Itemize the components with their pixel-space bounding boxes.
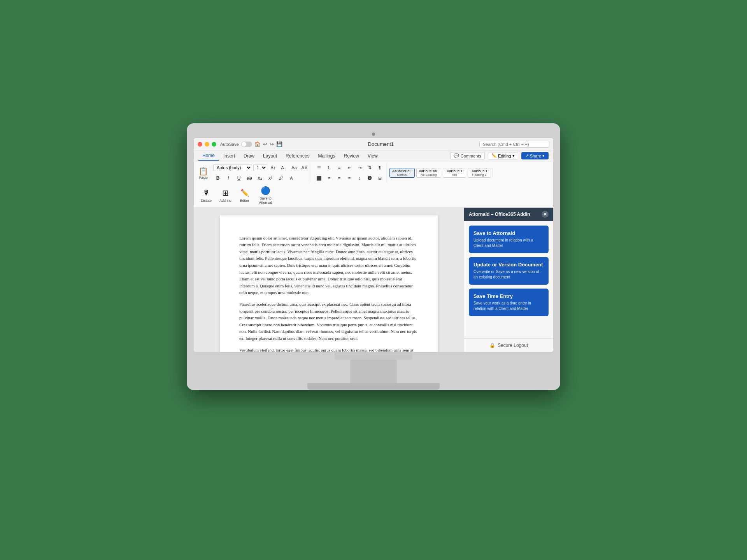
align-right-button[interactable]: ≡ xyxy=(335,173,344,183)
panel-close-button[interactable]: ✕ xyxy=(542,211,549,218)
sort-button[interactable]: ⇅ xyxy=(365,163,374,172)
save-time-entry-card[interactable]: Save Time Entry Save your work as a time… xyxy=(469,289,549,316)
multilevel-button[interactable]: ≡ xyxy=(335,163,344,172)
document-page[interactable]: Lorem ipsum dolor sit amet, consectetur … xyxy=(220,215,438,352)
undo-icon[interactable]: ↩ xyxy=(263,141,267,147)
strikethrough-button[interactable]: ab xyxy=(245,173,254,183)
editor-button[interactable]: ✏️ Editor xyxy=(237,187,253,203)
ribbon-tabs: Home Insert Draw Layout References Maili… xyxy=(194,150,553,161)
increase-indent-button[interactable]: ⇥ xyxy=(355,163,364,172)
bold-button[interactable]: B xyxy=(213,173,223,183)
addins-button[interactable]: ⊞ Add-ins xyxy=(217,187,234,203)
editing-button[interactable]: ✏️ Editing ▾ xyxy=(488,152,518,159)
style-title-label: Title xyxy=(445,173,463,177)
dictate-label: Dictate xyxy=(201,199,212,203)
italic-button[interactable]: I xyxy=(224,173,233,183)
paste-group: 📋 Paste xyxy=(197,166,210,180)
save-card-title: Save to Attornaid xyxy=(473,230,544,236)
justify-button[interactable]: ≡ xyxy=(345,173,354,183)
tab-references[interactable]: References xyxy=(282,152,313,160)
time-entry-card-desc: Save your work as a time entry in relati… xyxy=(473,301,544,312)
comments-button[interactable]: 💬 Comments xyxy=(450,152,485,159)
dictate-button[interactable]: 🎙 Dictate xyxy=(198,187,214,203)
document-title: Document1 xyxy=(282,141,479,147)
style-title[interactable]: AaBbCcD Title xyxy=(443,168,466,178)
paste-icon: 📋 xyxy=(198,166,208,176)
style-nospacing-label: No Spacing xyxy=(419,173,439,177)
font-color-button[interactable]: A xyxy=(287,173,296,183)
font-size-selector[interactable]: 12 xyxy=(253,164,267,171)
attoriad-icon: 🔵 xyxy=(260,185,271,196)
highlight-color-button[interactable]: 🖊 xyxy=(276,173,286,183)
panel-title: Attornaid – Office365 Addin xyxy=(469,212,530,217)
toolbar: 📋 Paste Aptos (body) 12 xyxy=(194,161,553,208)
superscript-button[interactable]: x² xyxy=(266,173,275,183)
tab-draw[interactable]: Draw xyxy=(240,152,258,160)
tab-mailings[interactable]: Mailings xyxy=(314,152,339,160)
paste-label: Paste xyxy=(199,176,208,180)
style-no-spacing[interactable]: AaBbCcDdE No Spacing xyxy=(416,168,442,178)
ribbon-right-actions: 💬 Comments ✏️ Editing ▾ ↗ Share ▾ xyxy=(450,152,549,159)
tab-review[interactable]: Review xyxy=(340,152,363,160)
share-button[interactable]: ↗ Share ▾ xyxy=(521,152,549,159)
camera-dot xyxy=(372,133,375,136)
decrease-indent-button[interactable]: ⇤ xyxy=(345,163,354,172)
style-normal[interactable]: AaBbCcDdE Normal xyxy=(389,168,415,178)
time-entry-card-title: Save Time Entry xyxy=(473,293,544,299)
secure-logout-button[interactable]: 🔒 Secure Logout xyxy=(464,338,553,352)
style-normal-label: Normal xyxy=(392,173,412,177)
font-name-selector[interactable]: Aptos (body) xyxy=(213,164,252,171)
tab-home[interactable]: Home xyxy=(198,151,219,161)
word-app: AutoSave 🏠 ↩ ↪ 💾 Document1 Home Insert D… xyxy=(194,138,553,352)
paragraph-2: Phasellus scelerisque dictum urna, quis … xyxy=(239,301,418,342)
underline-button[interactable]: U xyxy=(234,173,244,183)
minimize-button[interactable] xyxy=(205,142,209,147)
paragraph-3: Vestibulum eleifend, tortor eget finibus… xyxy=(239,347,418,352)
shading-button[interactable]: 🅐 xyxy=(365,173,374,183)
tab-insert[interactable]: Insert xyxy=(219,152,239,160)
lock-icon: 🔒 xyxy=(489,343,495,348)
numbering-button[interactable]: 1. xyxy=(324,163,334,172)
styles-group: AaBbCcDdE Normal AaBbCcDdE No Spacing Aa… xyxy=(388,168,493,178)
autosave-toggle[interactable] xyxy=(241,142,252,147)
update-card-title: Update or Version Document xyxy=(473,262,544,268)
align-left-button[interactable]: ⬛ xyxy=(314,173,324,183)
show-marks-button[interactable]: ¶ xyxy=(375,163,384,172)
borders-button[interactable]: ⊞ xyxy=(375,173,384,183)
tab-layout[interactable]: Layout xyxy=(259,152,281,160)
search-input[interactable] xyxy=(479,141,549,148)
monitor-stand-neck xyxy=(350,360,397,383)
close-button[interactable] xyxy=(198,142,202,147)
tab-view[interactable]: View xyxy=(364,152,382,160)
monitor-stand-base xyxy=(307,383,440,390)
font-shrink-icon[interactable]: A↓ xyxy=(279,163,288,172)
align-center-button[interactable]: ≡ xyxy=(324,173,334,183)
save-icon[interactable]: 💾 xyxy=(276,141,282,147)
change-case-icon[interactable]: Aa xyxy=(289,163,299,172)
chevron-down-icon: ▾ xyxy=(512,153,515,158)
traffic-lights xyxy=(198,142,216,147)
share-label: Share xyxy=(530,154,541,158)
style-h1-preview: AaBbCcD xyxy=(470,169,488,173)
save-to-attoriad-button[interactable]: 🔵 Save to Attornad xyxy=(256,184,276,206)
panel-header: Attornaid – Office365 Addin ✕ xyxy=(464,208,553,221)
maximize-button[interactable] xyxy=(212,142,216,147)
editor-label: Editor xyxy=(240,199,249,203)
monitor-stand-top xyxy=(335,352,412,360)
bullets-button[interactable]: ☰ xyxy=(314,163,324,172)
comments-label: Comments xyxy=(461,154,481,158)
font-grow-icon[interactable]: A↑ xyxy=(268,163,278,172)
redo-icon[interactable]: ↪ xyxy=(270,141,274,147)
update-version-card[interactable]: Update or Version Document Overwrite or … xyxy=(469,257,549,285)
editing-label: Editing xyxy=(498,154,511,158)
ribbon-icons: 🎙 Dictate ⊞ Add-ins ✏️ Editor 🔵 xyxy=(198,184,276,206)
style-heading1[interactable]: AaBbCcD Heading 1 xyxy=(468,168,491,178)
clear-format-icon[interactable]: A✕ xyxy=(300,163,309,172)
page-area: Lorem ipsum dolor sit amet, consectetur … xyxy=(194,208,464,352)
addins-label: Add-ins xyxy=(219,199,231,203)
sidebar-panel: Attornaid – Office365 Addin ✕ Save to At… xyxy=(464,208,553,352)
paste-button[interactable]: 📋 Paste xyxy=(198,166,208,180)
subscript-button[interactable]: x₂ xyxy=(255,173,265,183)
save-to-attornaid-card[interactable]: Save to Attornaid Upload document in rel… xyxy=(469,226,549,253)
line-spacing-button[interactable]: ↕ xyxy=(355,173,364,183)
